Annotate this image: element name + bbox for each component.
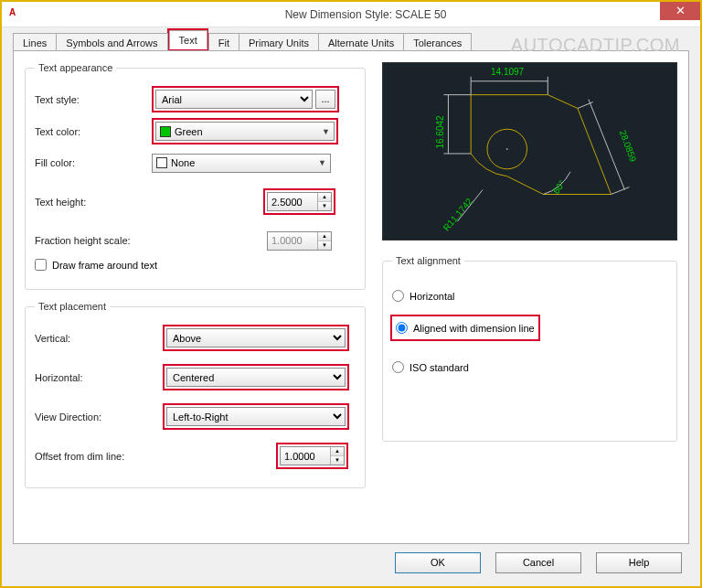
fraction-height-label: Fraction height scale: <box>35 235 267 246</box>
vertical-label: Vertical: <box>35 333 163 344</box>
alignment-iso-label: ISO standard <box>410 362 469 373</box>
offset-spinner[interactable]: ▲▼ <box>280 446 345 465</box>
svg-line-8 <box>589 100 625 190</box>
spin-up-icon[interactable]: ▲ <box>331 447 344 456</box>
text-height-spinner[interactable]: ▲▼ <box>267 192 332 211</box>
help-button[interactable]: Help <box>596 552 682 573</box>
tab-text[interactable]: Text <box>169 30 207 49</box>
alignment-horizontal-radio[interactable]: Horizontal <box>392 290 667 302</box>
tab-alternate-units[interactable]: Alternate Units <box>318 33 404 51</box>
tab-lines[interactable]: Lines <box>13 33 57 51</box>
text-style-label: Text style: <box>35 94 152 105</box>
draw-frame-checkbox[interactable]: Draw frame around text <box>35 259 356 271</box>
tab-primary-units[interactable]: Primary Units <box>239 33 319 51</box>
text-style-select[interactable]: Arial <box>155 90 313 109</box>
fill-color-label: Fill color: <box>35 157 152 168</box>
horizontal-label: Horizontal: <box>35 372 163 383</box>
svg-point-1 <box>506 148 508 150</box>
color-swatch-none <box>156 157 167 168</box>
alignment-aligned-radio[interactable]: Aligned with dimension line <box>396 322 535 334</box>
text-appearance-group: Text appearance Text style: Arial ... <box>25 62 366 290</box>
fill-color-value: None <box>171 157 195 168</box>
preview-dim-left: 16.6042 <box>435 115 445 148</box>
cancel-button[interactable]: Cancel <box>495 552 581 573</box>
offset-label: Offset from dim line: <box>35 451 276 462</box>
fill-color-select[interactable]: None ▼ <box>152 154 331 173</box>
alignment-aligned-label: Aligned with dimension line <box>413 323 535 334</box>
offset-input[interactable] <box>281 447 330 465</box>
text-color-value: Green <box>175 126 203 137</box>
fraction-height-spinner: ▲▼ <box>267 231 332 251</box>
text-placement-legend: Text placement <box>35 301 110 312</box>
text-height-input[interactable] <box>268 193 317 210</box>
close-button[interactable]: ✕ <box>660 2 700 20</box>
chevron-down-icon: ▼ <box>322 127 330 136</box>
view-direction-select[interactable]: Left-to-Right <box>166 407 346 426</box>
spin-down-icon: ▼ <box>318 241 331 250</box>
text-color-select[interactable]: Green ▼ <box>155 122 335 141</box>
spin-up-icon: ▲ <box>318 232 331 241</box>
color-swatch-green <box>160 126 171 137</box>
spin-down-icon[interactable]: ▼ <box>331 456 344 465</box>
chevron-down-icon: ▼ <box>318 158 326 167</box>
alignment-iso-radio[interactable]: ISO standard <box>392 361 667 373</box>
text-height-label: Text height: <box>35 197 263 208</box>
titlebar: A New Dimension Style: SCALE 50 ✕ <box>2 2 700 27</box>
text-placement-group: Text placement Vertical: Above Horizonta… <box>25 301 366 488</box>
alignment-horizontal-label: Horizontal <box>410 291 455 302</box>
text-color-label: Text color: <box>35 126 152 137</box>
tab-panel: Text appearance Text style: Arial ... <box>13 50 689 544</box>
view-direction-label: View Direction: <box>35 412 163 422</box>
tab-tolerances[interactable]: Tolerances <box>403 33 472 51</box>
text-style-browse-button[interactable]: ... <box>315 90 335 109</box>
draw-frame-label: Draw frame around text <box>52 260 157 271</box>
window-title: New Dimension Style: SCALE 50 <box>31 8 700 21</box>
text-alignment-legend: Text alignment <box>392 255 464 266</box>
tab-symbols[interactable]: Symbols and Arrows <box>56 33 167 51</box>
preview-drawing: 14.1097 16.6042 28.0859 60° R11.1742 <box>382 62 677 241</box>
horizontal-select[interactable]: Centered <box>166 368 346 387</box>
spin-down-icon[interactable]: ▼ <box>318 202 331 210</box>
text-appearance-legend: Text appearance <box>35 62 116 73</box>
preview-dim-top: 14.1097 <box>491 67 524 77</box>
ok-button[interactable]: OK <box>395 552 481 573</box>
fraction-height-input <box>268 232 317 250</box>
tab-strip: Lines Symbols and Arrows Text Fit Primar… <box>13 29 689 51</box>
vertical-select[interactable]: Above <box>166 328 346 347</box>
spin-up-icon[interactable]: ▲ <box>318 193 331 202</box>
tab-fit[interactable]: Fit <box>208 33 239 51</box>
draw-frame-input[interactable] <box>35 259 47 271</box>
text-alignment-group: Text alignment Horizontal Aligned with d… <box>382 255 677 442</box>
svg-line-10 <box>612 187 630 195</box>
dialog-buttons: OK Cancel Help <box>395 552 682 573</box>
app-icon: A <box>9 7 24 22</box>
